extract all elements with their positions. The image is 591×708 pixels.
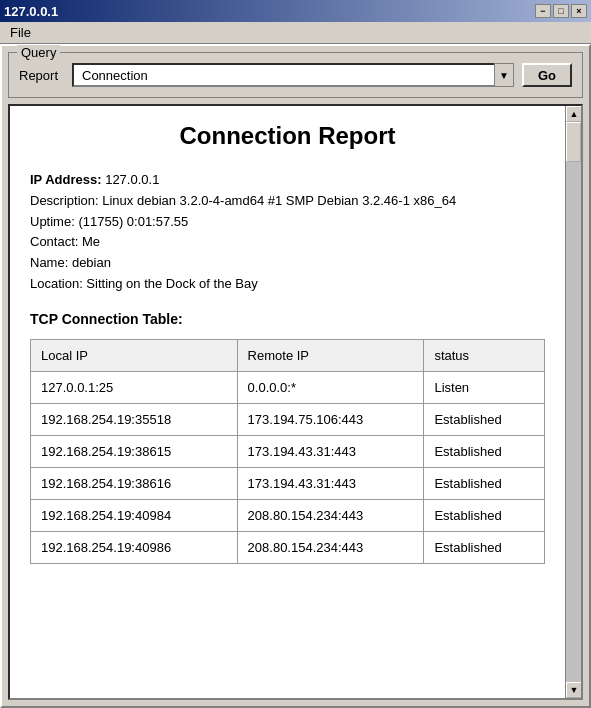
table-row: 192.168.254.19:38616173.194.43.31:443Est…	[31, 467, 545, 499]
cell-local: 192.168.254.19:40986	[31, 531, 238, 563]
scroll-down-button[interactable]: ▼	[566, 682, 582, 698]
cell-local: 127.0.0.1:25	[31, 371, 238, 403]
report-select[interactable]: Connection	[72, 63, 514, 87]
table-row: 192.168.254.19:38615173.194.43.31:443Est…	[31, 435, 545, 467]
vertical-scrollbar: ▲ ▼	[565, 106, 581, 698]
cell-status: Listen	[424, 371, 545, 403]
tcp-table: Local IP Remote IP status 127.0.0.1:250.…	[30, 339, 545, 564]
tcp-table-body: 127.0.0.1:250.0.0.0:*Listen192.168.254.1…	[31, 371, 545, 563]
col-remote-ip: Remote IP	[237, 339, 424, 371]
cell-status: Established	[424, 403, 545, 435]
col-local-ip: Local IP	[31, 339, 238, 371]
query-legend: Query	[17, 45, 60, 60]
cell-remote: 0.0.0.0:*	[237, 371, 424, 403]
ip-label: IP Address:	[30, 172, 102, 187]
report-title: Connection Report	[30, 122, 545, 150]
ip-line: IP Address: 127.0.0.1	[30, 170, 545, 191]
scrollbar-track[interactable]	[566, 122, 581, 682]
contact-line: Contact: Me	[30, 232, 545, 253]
cell-status: Established	[424, 531, 545, 563]
main-window: Query Report Connection ▼ Go Connection …	[0, 44, 591, 708]
cell-status: Established	[424, 467, 545, 499]
titlebar-title: 127.0.0.1	[4, 4, 58, 19]
cell-remote: 208.80.154.234:443	[237, 499, 424, 531]
scroll-up-button[interactable]: ▲	[566, 106, 582, 122]
report-info: IP Address: 127.0.0.1 Description: Linux…	[30, 170, 545, 295]
table-row: 192.168.254.19:40986208.80.154.234:443Es…	[31, 531, 545, 563]
cell-remote: 208.80.154.234:443	[237, 531, 424, 563]
location-line: Location: Sitting on the Dock of the Bay	[30, 274, 545, 295]
table-row: 192.168.254.19:40984208.80.154.234:443Es…	[31, 499, 545, 531]
cell-remote: 173.194.43.31:443	[237, 435, 424, 467]
uptime-line: Uptime: (11755) 0:01:57.55	[30, 212, 545, 233]
content-scroll[interactable]: Connection Report IP Address: 127.0.0.1 …	[10, 106, 565, 698]
maximize-button[interactable]: □	[553, 4, 569, 18]
table-row: 127.0.0.1:250.0.0.0:*Listen	[31, 371, 545, 403]
ip-value: 127.0.0.1	[105, 172, 159, 187]
table-heading: TCP Connection Table:	[30, 311, 545, 327]
col-status: status	[424, 339, 545, 371]
report-label: Report	[19, 68, 64, 83]
close-button[interactable]: ×	[571, 4, 587, 18]
titlebar-controls: − □ ×	[535, 4, 587, 18]
name-line: Name: debian	[30, 253, 545, 274]
file-menu[interactable]: File	[4, 23, 37, 42]
query-row: Report Connection ▼ Go	[19, 63, 572, 87]
content-area: Connection Report IP Address: 127.0.0.1 …	[8, 104, 583, 700]
cell-local: 192.168.254.19:38615	[31, 435, 238, 467]
minimize-button[interactable]: −	[535, 4, 551, 18]
description-line: Description: Linux debian 3.2.0-4-amd64 …	[30, 191, 545, 212]
table-row: 192.168.254.19:35518173.194.75.106:443Es…	[31, 403, 545, 435]
cell-status: Established	[424, 435, 545, 467]
cell-local: 192.168.254.19:35518	[31, 403, 238, 435]
menubar: File	[0, 22, 591, 44]
titlebar: 127.0.0.1 − □ ×	[0, 0, 591, 22]
go-button[interactable]: Go	[522, 63, 572, 87]
table-header-row: Local IP Remote IP status	[31, 339, 545, 371]
query-group: Query Report Connection ▼ Go	[8, 52, 583, 98]
cell-remote: 173.194.43.31:443	[237, 467, 424, 499]
cell-local: 192.168.254.19:40984	[31, 499, 238, 531]
report-select-wrapper: Connection ▼	[72, 63, 514, 87]
cell-local: 192.168.254.19:38616	[31, 467, 238, 499]
cell-status: Established	[424, 499, 545, 531]
scrollbar-thumb[interactable]	[566, 122, 581, 162]
cell-remote: 173.194.75.106:443	[237, 403, 424, 435]
